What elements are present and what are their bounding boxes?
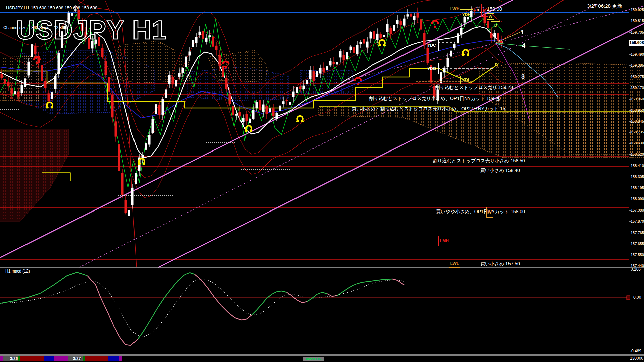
price-axis-label: 159.385 xyxy=(631,63,644,67)
chart-canvas[interactable] xyxy=(0,0,644,362)
timeline-segment xyxy=(122,356,629,361)
price-axis-label: 157.765 xyxy=(631,231,644,235)
timeline-segment xyxy=(83,356,85,361)
yellow-omega-icon xyxy=(245,126,252,131)
red-down-arrow-icon xyxy=(432,21,438,29)
price-axis-label: 157.655 xyxy=(631,242,644,246)
watermark: USDJPY H1 xyxy=(16,15,167,45)
ichimoku-clouds xyxy=(0,41,644,221)
level-box-lwh: LWH xyxy=(449,4,461,14)
level-box-ydc: YDC xyxy=(425,40,439,51)
trade-annotation: 売り 159.90 xyxy=(475,6,502,12)
macd-axis-max: 0.266 xyxy=(631,267,641,272)
timeline-segment xyxy=(20,356,44,361)
trade-annotation: 買い小さめ・割り込むとストップロス売り小さめ、OP27日NYカット 15 xyxy=(352,106,505,112)
price-axis-label: 158.630 xyxy=(631,141,644,145)
price-axis-label: 157.550 xyxy=(631,253,644,257)
macd-axis-min: -0.489 xyxy=(630,349,641,353)
price-axis-label: 158.845 xyxy=(631,119,644,123)
current-price-box: 159.608 xyxy=(629,40,644,46)
timeline-segment xyxy=(54,356,68,361)
price-axis-label: 158.090 xyxy=(631,197,644,201)
trade-annotation: 買い小さめ 158.40 xyxy=(480,168,520,174)
trade-annotation: 買いやや小さめ、OP1日NYカット 158.00 xyxy=(436,209,525,215)
level-box-w: W xyxy=(487,13,494,20)
price-axis-label: 158.520 xyxy=(631,152,644,156)
price-axis-label: 159.275 xyxy=(631,75,644,79)
updated-timestamp: 3/27 06:28 更新 xyxy=(587,3,622,9)
price-axis-label: 159.815 xyxy=(631,19,644,23)
yellow-omega-icon xyxy=(296,116,304,121)
title-bar: USDJPY,H1 159.608 159.608 159.608 159.60… xyxy=(6,5,97,10)
timeline-segment xyxy=(18,356,20,361)
timeline-segment xyxy=(108,356,119,361)
macd-indicator-label: H1 macd (12) xyxy=(5,269,30,274)
yellow-omega-icon xyxy=(378,40,386,45)
wave-marker-3: 3 xyxy=(521,73,525,80)
price-axis-label: 158.305 xyxy=(631,175,644,179)
timeline-segment xyxy=(85,356,108,361)
level-box-d: D xyxy=(491,21,500,29)
price-axis-label: 157.440 xyxy=(631,264,644,268)
level-box-ydo: YDO xyxy=(425,63,439,74)
macd-axis-zero: 0.00 xyxy=(633,295,641,300)
price-axis-label: 157.870 xyxy=(631,219,644,223)
level-box-d: D xyxy=(492,60,501,70)
price-axis-label: 158.195 xyxy=(631,186,644,190)
price-axis-label: 158.735 xyxy=(631,130,644,134)
macd-on-button[interactable]: macd ON xyxy=(303,357,324,361)
level-box-w: W xyxy=(486,207,493,218)
timeline-segment xyxy=(0,356,3,361)
timeline-segment xyxy=(44,356,54,361)
timeline-segment xyxy=(119,356,122,361)
price-axis-label: 159.490 xyxy=(631,52,644,56)
timeline-date: 3/26 xyxy=(10,356,18,361)
trade-annotation: 買い小さめ 157.50 xyxy=(480,261,520,267)
price-axis-label: 158.950 xyxy=(631,108,644,112)
level-box-ydl: YDL xyxy=(460,76,472,84)
wave-marker-5: 5 xyxy=(496,96,500,103)
wave-marker-1: 1 xyxy=(521,29,524,36)
wave-marker-4: 4 xyxy=(522,42,525,49)
price-axis-label: 159.925 xyxy=(631,8,644,12)
timeline-date: 3/27 xyxy=(73,356,81,361)
trade-annotation: 割り込むとストップロス売り 159.28 xyxy=(435,85,513,91)
level-box-lmh: LMH xyxy=(438,236,450,246)
yellow-omega-icon xyxy=(138,159,145,164)
macd-panel xyxy=(0,272,630,345)
level-box-lwl: LWL xyxy=(449,260,460,268)
price-axis-label: 158.410 xyxy=(631,164,644,168)
level-box-ydh: YDH xyxy=(460,9,473,20)
price-axis-label: 159.060 xyxy=(631,97,644,101)
chart-window[interactable]: USDJPY,H1 159.608 159.608 159.608 159.60… xyxy=(0,0,644,362)
price-axis-label: 159.170 xyxy=(631,86,644,90)
trade-annotation: 割り込むとストップロス売り小さめ、OP1日NYカット 159.10 xyxy=(369,96,501,102)
price-axis-label: 157.980 xyxy=(631,208,644,212)
volume-scale-label: 130000 xyxy=(630,356,643,361)
price-axis-label: 159.705 xyxy=(631,30,644,34)
trade-annotation: 割り込むとストップロス売り小さめ 158.50 xyxy=(433,158,525,164)
